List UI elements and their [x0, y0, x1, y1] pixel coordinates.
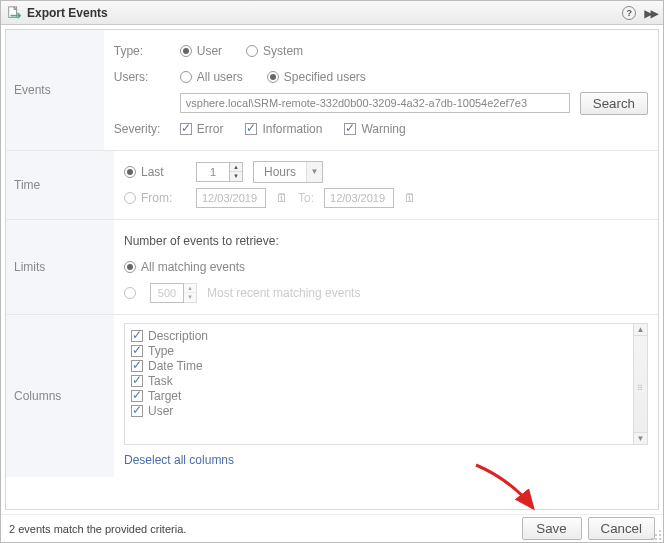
severity-label: Severity:	[114, 122, 170, 136]
radio-users-specified[interactable]: Specified users	[267, 70, 366, 84]
section-time-label: Time	[6, 151, 114, 219]
dialog-footer: 2 events match the provided criteria. Sa…	[1, 514, 663, 542]
specified-users-input[interactable]	[180, 93, 570, 113]
spinner-down-icon: ▼	[184, 293, 196, 302]
scroll-down-icon[interactable]: ▼	[634, 432, 647, 444]
search-button[interactable]: Search	[580, 92, 648, 115]
checkbox-error[interactable]: Error	[180, 122, 224, 136]
scrollbar[interactable]: ▲ ⠿ ▼	[633, 324, 647, 444]
to-label: To:	[298, 191, 314, 205]
radio-from[interactable]: From:	[124, 191, 180, 205]
most-recent-label: Most recent matching events	[207, 286, 360, 300]
svg-point-3	[659, 538, 661, 540]
status-text: 2 events match the provided criteria.	[9, 523, 516, 535]
radio-type-user[interactable]: User	[180, 44, 222, 58]
resize-grip-icon[interactable]	[650, 529, 662, 541]
radio-users-all[interactable]: All users	[180, 70, 243, 84]
svg-point-6	[651, 538, 653, 540]
radio-most-recent[interactable]	[124, 287, 136, 299]
section-columns-label: Columns	[6, 315, 114, 477]
svg-point-4	[655, 534, 657, 536]
deselect-all-columns-link[interactable]: Deselect all columns	[124, 453, 234, 467]
users-label: Users:	[114, 70, 170, 84]
export-events-dialog: Export Events ? ▶▶ Events Type: User Sys…	[0, 0, 664, 543]
type-label: Type:	[114, 44, 170, 58]
section-limits-label: Limits	[6, 220, 114, 314]
svg-point-5	[655, 538, 657, 540]
dialog-body: Events Type: User System Users: All user…	[1, 25, 663, 514]
spinner-up-icon: ▲	[184, 284, 196, 293]
to-date-input	[324, 188, 394, 208]
expand-icon[interactable]: ▶▶	[644, 5, 657, 21]
column-checkbox-description[interactable]: Description	[131, 329, 627, 343]
calendar-icon: 🗓	[276, 191, 288, 205]
section-events-label: Events	[6, 30, 104, 150]
help-icon[interactable]: ?	[622, 6, 636, 20]
spinner-down-icon[interactable]: ▼	[230, 172, 242, 181]
most-recent-count-input	[150, 283, 184, 303]
calendar-icon: 🗓	[404, 191, 416, 205]
save-button[interactable]: Save	[522, 517, 582, 540]
column-checkbox-type[interactable]: Type	[131, 344, 627, 358]
window-title: Export Events	[27, 6, 108, 20]
radio-last[interactable]: Last	[124, 165, 180, 179]
column-checkbox-user[interactable]: User	[131, 404, 627, 418]
from-date-input	[196, 188, 266, 208]
svg-point-1	[659, 530, 661, 532]
checkbox-warning[interactable]: Warning	[344, 122, 405, 136]
limits-header: Number of events to retrieve:	[124, 234, 279, 248]
radio-type-system[interactable]: System	[246, 44, 303, 58]
column-checkbox-date-time[interactable]: Date Time	[131, 359, 627, 373]
scroll-up-icon[interactable]: ▲	[634, 324, 647, 336]
radio-all-matching[interactable]: All matching events	[124, 260, 245, 274]
checkbox-information[interactable]: Information	[245, 122, 322, 136]
svg-point-2	[659, 534, 661, 536]
spinner-up-icon[interactable]: ▲	[230, 163, 242, 172]
cancel-button[interactable]: Cancel	[588, 517, 656, 540]
scroll-grip-icon: ⠿	[634, 384, 647, 393]
column-checkbox-target[interactable]: Target	[131, 389, 627, 403]
export-icon	[7, 6, 21, 20]
chevron-down-icon: ▼	[306, 162, 322, 182]
column-checkbox-task[interactable]: Task	[131, 374, 627, 388]
columns-listbox: Description Type Date Time Task Target U…	[124, 323, 648, 445]
last-value-input[interactable]	[196, 162, 230, 182]
time-unit-dropdown[interactable]: Hours ▼	[253, 161, 323, 183]
titlebar: Export Events ? ▶▶	[1, 1, 663, 25]
